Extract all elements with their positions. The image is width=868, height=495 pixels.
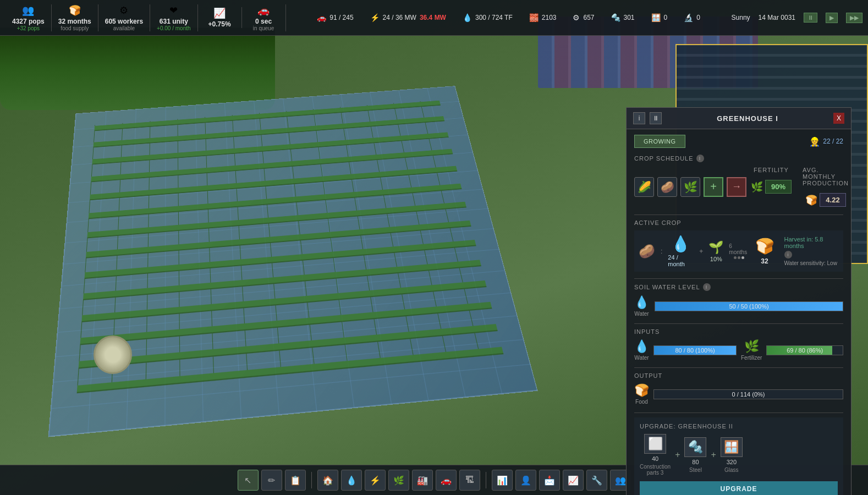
hud-workers: ⚙ 605 workers available <box>98 4 150 31</box>
soil-water-section: SOIL WATER LEVEL i 💧 Water 50 / 50 (100%… <box>634 283 843 317</box>
toolbar-divider-2 <box>486 472 486 488</box>
toolbar-cursor[interactable]: ↖ <box>238 470 259 491</box>
weather-value: Sunny <box>732 14 750 21</box>
avg-prod-value: 4.22 <box>820 193 845 207</box>
food-value: 32 months <box>58 18 91 25</box>
crop-greens[interactable]: 🌿 <box>680 177 700 197</box>
add-icon: + <box>710 180 717 193</box>
growth-value: +0.75% <box>208 20 231 28</box>
hud-transport: 🚗 91 / 245 <box>317 13 353 22</box>
queue-icon: 🚗 <box>257 4 270 16</box>
panel-header: i ⏸ GREENHOUSE I X <box>627 108 851 129</box>
pause-button[interactable]: ⏸ <box>804 13 817 23</box>
toolbar-power[interactable]: ⚡ <box>365 470 386 491</box>
toolbar-stats[interactable]: 📊 <box>492 470 513 491</box>
output-food-icon: 🍞 <box>634 383 649 398</box>
toolbar-transport[interactable]: 🚗 <box>436 470 457 491</box>
power-icon: ⚡ <box>370 13 380 22</box>
pause-panel-icon: ⏸ <box>652 114 659 122</box>
crop-schedule-info-icon[interactable]: i <box>696 155 704 162</box>
remove-crop-button[interactable]: → <box>727 177 746 197</box>
active-crop-row: 🥔 : 💧 24 / month + 🌱 10% 6 months <box>634 230 843 272</box>
soil-info-icon[interactable]: i <box>703 283 711 291</box>
worker-badge: 👷 22 / 22 <box>809 136 843 147</box>
inputs-grid: 💧 Water 80 / 80 (100%) 🌿 Fertilizer <box>634 339 843 361</box>
crop-schedule-label: CROP SCHEDULE i <box>634 155 843 162</box>
progress-arrow: 6 months <box>729 243 749 259</box>
divider-4 <box>634 367 843 368</box>
growth-icon: 🌱 <box>708 240 723 255</box>
upgrade-button[interactable]: UPGRADE <box>640 481 838 495</box>
harvest-info-icon[interactable]: i <box>784 251 792 258</box>
soil-water-value: 50 / 50 (100%) <box>729 303 768 310</box>
crop-potato[interactable]: 🥔 <box>657 177 677 197</box>
divider-3 <box>634 323 843 324</box>
output-label: OUTPUT <box>634 372 843 379</box>
divider-5 <box>634 413 843 413</box>
hud-power: ⚡ 24 / 36 MW 36.4 MW <box>370 13 446 22</box>
unity-icon: ❤ <box>169 4 178 16</box>
toolbar-clipboard[interactable]: 📋 <box>285 470 306 491</box>
avg-prod-section: AVG. MONTHLY PRODUCTION 🍞 4.22 <box>803 167 849 207</box>
output-food-label: Food <box>635 399 648 405</box>
toolbar-pencil[interactable]: ✏ <box>261 470 282 491</box>
avg-prod-icon: 🍞 <box>805 194 817 206</box>
pops-icon: 👥 <box>22 4 34 16</box>
speed2-button[interactable]: ▶▶ <box>846 13 862 23</box>
tab-growing[interactable]: GROWING <box>634 135 685 148</box>
plus-separator: + <box>699 248 703 255</box>
close-button[interactable]: X <box>833 113 844 124</box>
toolbar-farm[interactable]: 🌿 <box>388 470 409 491</box>
input-water-bar: 80 / 80 (100%) <box>653 345 737 355</box>
toolbar-water[interactable]: 💧 <box>341 470 362 491</box>
divider-1 <box>634 215 843 215</box>
glass-val: 320 <box>727 459 737 465</box>
toolbar-people[interactable]: 👤 <box>515 470 536 491</box>
glass-name: Glass <box>724 467 739 473</box>
avg-prod-label: AVG. MONTHLY PRODUCTION <box>803 167 849 186</box>
months-text: 6 months <box>729 243 749 255</box>
harvest-time: Harvest in: 5.8 months <box>784 236 839 249</box>
fertility-section: FERTILITY 🌿 90% <box>751 167 792 194</box>
workers-sub: available <box>113 25 135 31</box>
hud-right: Sunny 14 Mar 0031 ⏸ ▶ ▶▶ <box>732 13 862 23</box>
steel-name: Steel <box>689 467 702 473</box>
workers-icon: ⚙ <box>119 4 128 16</box>
input-water: 💧 Water 80 / 80 (100%) <box>634 339 737 361</box>
tab-bar: GROWING 👷 22 / 22 <box>634 135 843 148</box>
plus-2: + <box>711 450 716 460</box>
toolbar-messages[interactable]: 📩 <box>539 470 560 491</box>
res4-value: 0 <box>664 14 668 21</box>
unity-sub: +0.00 / month <box>157 25 190 31</box>
power-excess: 36.4 MW <box>420 14 446 21</box>
toolbar-charts[interactable]: 📈 <box>563 470 584 491</box>
pops-value: 4327 pops <box>12 18 45 25</box>
res5-value: 0 <box>696 14 700 21</box>
info-icon: i <box>639 114 640 122</box>
unity-value: 631 unity <box>160 18 188 25</box>
steel-val: 80 <box>692 459 699 465</box>
input-fert-value: 69 / 80 (86%) <box>787 347 823 354</box>
arrow-dots <box>734 256 744 259</box>
pause-panel-button[interactable]: ⏸ <box>650 112 662 124</box>
speed-button[interactable]: ▶ <box>826 13 838 23</box>
toolbar-settings[interactable]: 🔧 <box>586 470 607 491</box>
queue-sub: in queue <box>253 25 274 31</box>
info-button[interactable]: i <box>633 112 645 124</box>
upgrade-resource-3: 🪟 320 Glass <box>721 437 743 473</box>
res2-value: 657 <box>583 14 594 21</box>
greenhouse-building[interactable] <box>48 86 538 437</box>
crop-corn[interactable]: 🌽 <box>634 177 654 197</box>
inputs-label: INPUTS <box>634 328 843 335</box>
toolbar-house[interactable]: 🏠 <box>317 470 338 491</box>
hud-res2: ⚙ 657 <box>573 13 594 22</box>
input-fertilizer: 🌿 Fertilizer 69 / 80 (86%) <box>741 339 843 361</box>
toolbar-factory[interactable]: 🏭 <box>412 470 433 491</box>
input-water-label: Water <box>634 355 649 361</box>
toolbar-construction[interactable]: 🏗 <box>459 470 480 491</box>
water-usage-val: 24 / month <box>668 254 694 267</box>
growth-section: 🌱 10% <box>708 240 723 262</box>
output-food-bar: 0 / 114 (0%) <box>653 389 843 399</box>
res3-value: 301 <box>624 14 635 21</box>
add-crop-button[interactable]: + <box>704 177 723 197</box>
